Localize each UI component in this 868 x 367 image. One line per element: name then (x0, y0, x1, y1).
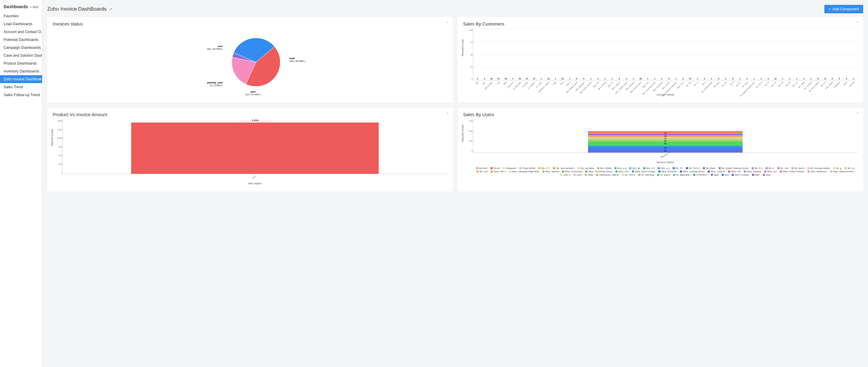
legend-item[interactable]: Miss. Tee s (491, 170, 506, 173)
bar[interactable]: 1Dr. XXXX (538, 78, 544, 80)
legend-item[interactable]: Mrs. q q (614, 167, 626, 170)
legend-item[interactable]: Mr. XVV h (686, 167, 700, 170)
legend-item[interactable]: Hobhouse, Valerie (596, 173, 619, 176)
legend-item[interactable]: Miss. Poo (615, 170, 629, 173)
legend-item[interactable]: John (574, 173, 582, 176)
bar[interactable]: 2Mr. XY (765, 78, 771, 80)
bar[interactable]: 1Mr. George barton (708, 78, 714, 80)
legend-item[interactable]: Mr. Race (703, 167, 716, 170)
legend-item[interactable]: Mr. g (833, 167, 842, 170)
bar[interactable]: 27Mr. 123 (687, 78, 693, 80)
bar[interactable]: 6Ms. test contact1 (815, 78, 821, 80)
bar[interactable]: 2Mrs. Willet (801, 78, 807, 80)
sidebar-item[interactable]: Case and Solution Dash... (0, 52, 42, 59)
bar[interactable]: 1Mrs. jkl (786, 78, 793, 80)
legend-item[interactable]: John 1 (560, 173, 570, 176)
chevron-down-icon[interactable]: ⌄ (446, 19, 449, 24)
bar[interactable]: 44Miss. New Contact (638, 78, 644, 80)
bar[interactable]: 19Bala (503, 78, 509, 80)
stacked-bar[interactable]: 81579137154413 (588, 131, 743, 153)
legend-item[interactable]: AED Contact (732, 173, 749, 176)
legend-item[interactable]: Miss. Saranya Rajendran (509, 170, 539, 173)
legend-item[interactable]: Mr. Quaid Testing invoice (719, 167, 749, 170)
bar[interactable]: 1Miss. Poornima Jacob (652, 78, 658, 80)
bar[interactable]: 1Mrs. q q (794, 78, 800, 80)
bar[interactable]: 1,416None (131, 122, 379, 174)
bar[interactable]: 15John (560, 78, 566, 80)
bar[interactable]: 2Miss. Rosemary (659, 78, 665, 80)
legend-item[interactable]: Miss. Bella Duveen (830, 170, 854, 173)
bar[interactable]: 1Miss. Indiana (602, 78, 608, 80)
legend-item[interactable]: Ms. test contact1 (553, 167, 574, 170)
bar[interactable]: 2Sheppard (836, 78, 842, 80)
sidebar-item[interactable]: Potential Dashboards (0, 36, 42, 44)
legend-item[interactable]: Mrs. d d (643, 167, 655, 170)
bar[interactable]: 1Miss. Monisha (630, 78, 637, 80)
bar[interactable]: 1Miss. Saranya Rajendran (673, 78, 679, 80)
legend-item[interactable]: 4yty (763, 173, 770, 176)
add-component-button[interactable]: + Add Component (825, 5, 863, 13)
bar[interactable]: 8Ms. X Y (822, 78, 828, 80)
legend-item[interactable]: CONTACT (693, 173, 708, 176)
legend-item[interactable]: Mrs. jkl (629, 167, 640, 170)
sidebar-item[interactable]: Favorites (0, 12, 42, 20)
legend-item[interactable]: Mrs. a s (658, 167, 669, 170)
sidebar-item[interactable]: Product Dashboards (0, 59, 42, 67)
legend-item[interactable]: Miss. Emily Trefusis (780, 170, 804, 173)
legend-item[interactable]: Ms. monisha (578, 167, 594, 170)
legend-item[interactable]: Dr. Baurstein (673, 173, 690, 176)
chevron-down-icon[interactable]: ⌄ (446, 110, 449, 114)
legend-item[interactable]: Mr. Joe (777, 167, 788, 170)
bar[interactable]: 5Miss. Blacklok f (581, 78, 587, 80)
legend-item[interactable]: aud (722, 173, 728, 176)
sidebar-item[interactable]: Sales Follow-up Trend (0, 91, 42, 99)
bar[interactable]: 1Ms. monisha (808, 78, 814, 80)
legend-item[interactable]: Mr. George barton (807, 167, 830, 170)
bar[interactable]: 37Dr. poirot (524, 78, 530, 80)
legend-item[interactable]: Miss. Ind (764, 170, 777, 173)
bar[interactable]: 4Miss. Lindsay Boxer (623, 78, 629, 80)
sidebar-item[interactable]: Zoho Invoice DashBoar...⚙ (0, 75, 42, 83)
legend-item[interactable]: Miss. Letty er (708, 170, 725, 173)
bar[interactable]: 1John 1 (566, 78, 572, 80)
legend-item[interactable]: Miss. Indiana (744, 170, 761, 173)
bar[interactable]: 91Dr. Baurstein (517, 78, 523, 80)
add-dashboard-link[interactable]: + Add (30, 5, 38, 9)
bar[interactable]: 1Miss. Iris (609, 78, 615, 80)
bar[interactable]: 1CONTACT (510, 78, 516, 80)
bar[interactable]: 1Miss. Emily Trefusis (588, 78, 594, 80)
sidebar-item[interactable]: Campaign Dashboards (0, 44, 42, 52)
bar[interactable]: 1India (552, 78, 558, 80)
sidebar-item[interactable]: Sales Trend (0, 83, 42, 91)
bar[interactable]: 13Hobhouse, Valerie (545, 78, 551, 80)
bar[interactable]: 4ABC (482, 78, 488, 80)
legend-item[interactable]: Mr. c y (844, 167, 855, 170)
bar[interactable]: 3Mr. hari k (716, 78, 722, 80)
legend-item[interactable]: Priya SDDD (519, 167, 535, 170)
bar[interactable]: 3Priya SDDD (829, 78, 835, 80)
bar[interactable]: 9Miss. Letty er (616, 78, 622, 80)
legend-item[interactable]: Miss. Blacklok f (807, 170, 827, 173)
legend-item[interactable]: India (585, 173, 593, 176)
legend-item[interactable]: Shoot (491, 167, 500, 170)
bar[interactable]: 12Mrs. a s (772, 78, 778, 80)
legend-item[interactable]: Mr. hari k (792, 167, 804, 170)
bar[interactable]: 37Dr. sandhya (531, 78, 537, 80)
bar[interactable]: 2Miss. Tee s (680, 78, 686, 80)
legend-item[interactable]: Miss. New Contact (632, 170, 655, 173)
bar[interactable]: 1Mr. Joe (722, 78, 728, 80)
legend-item[interactable]: Miss. Poornima Jacob (585, 170, 612, 173)
legend-item[interactable]: Mr. K (766, 167, 774, 170)
bar[interactable]: 2Miss. Ind (595, 78, 601, 80)
legend-item[interactable]: test test (476, 167, 488, 170)
bar[interactable]: 2Mr. Race (744, 78, 750, 80)
legend-item[interactable]: Bala (711, 173, 719, 176)
legend-item[interactable]: Dr. XXXX (622, 173, 635, 176)
bar[interactable]: 1Mrs. d d (779, 78, 785, 80)
open-external-icon[interactable]: ↗ (109, 7, 113, 11)
legend-item[interactable]: Mr. 123 (476, 170, 488, 173)
legend-item[interactable]: Dr. poirot (657, 173, 670, 176)
legend-item[interactable]: Miss. Rosemary (562, 170, 582, 173)
bar[interactable]: 4Mr. g (701, 78, 707, 80)
bar[interactable]: 1test test (850, 78, 857, 80)
